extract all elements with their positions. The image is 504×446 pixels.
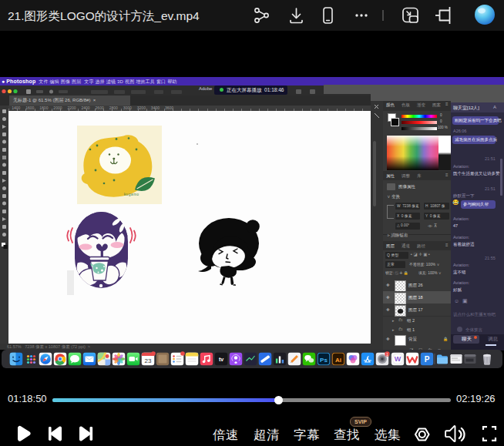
svg-text:Ai: Ai (335, 357, 341, 364)
svg-text:W: W (395, 355, 402, 363)
svg-text:tv: tv (219, 357, 223, 362)
svg-text:kugamo: kugamo (124, 193, 139, 196)
svg-text:P: P (425, 355, 430, 364)
svg-text:Ps: Ps (320, 357, 328, 364)
svg-text:23: 23 (145, 357, 152, 364)
